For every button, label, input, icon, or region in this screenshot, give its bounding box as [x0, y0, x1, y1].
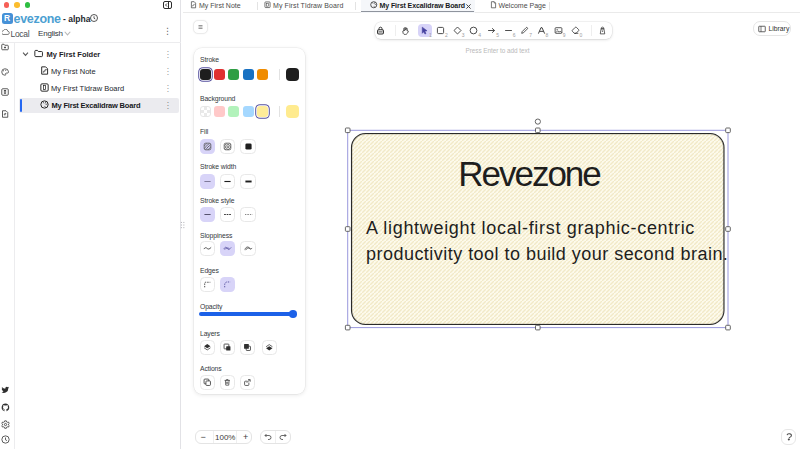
svg-text:A lightweight local-first grap: A lightweight local-first graphic-centri…: [366, 218, 695, 238]
svg-text:productivity tool to build you: productivity tool to build your second b…: [366, 244, 728, 264]
svg-text:Revezone: Revezone: [458, 154, 600, 193]
